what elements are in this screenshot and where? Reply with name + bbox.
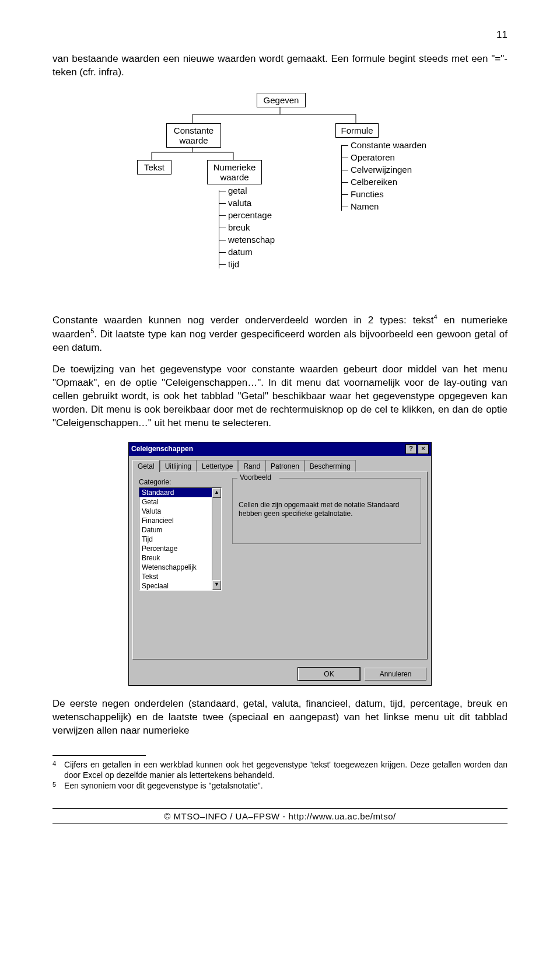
tab-bescherming[interactable]: Bescherming — [304, 460, 356, 472]
voorbeeld-label: Voorbeeld — [237, 473, 274, 481]
page-footer: © MTSO–INFO / UA–FPSW - http://www.ua.ac… — [52, 808, 508, 824]
list-item[interactable]: Valuta — [139, 507, 221, 516]
paragraph-types: Constante waarden kunnen nog verder onde… — [52, 313, 508, 355]
list-item[interactable]: Datum — [139, 525, 221, 535]
dialog-celeigenschappen: Celeigenschappen ? × Getal Uitlijning Le… — [128, 442, 432, 686]
paragraph-intro: van bestaande waarden een nieuwe waarden… — [52, 53, 508, 79]
scroll-up-icon[interactable]: ▲ — [212, 488, 221, 498]
ok-button[interactable]: OK — [298, 668, 360, 681]
list-item[interactable]: Breuk — [139, 553, 221, 563]
tab-getal[interactable]: Getal — [132, 460, 160, 472]
listbox-scrollbar[interactable]: ▲ ▼ — [212, 488, 221, 590]
diagram-box-formule: Formule — [335, 123, 379, 138]
footnote-4: 4 Cijfers en getallen in een werkblad ku… — [52, 759, 508, 780]
list-item[interactable]: Tijd — [139, 535, 221, 544]
tab-lettertype[interactable]: Lettertype — [197, 460, 238, 472]
tab-patronen[interactable]: Patronen — [265, 460, 304, 472]
diagram-box-gegeven: Gegeven — [257, 93, 306, 107]
tab-rand[interactable]: Rand — [238, 460, 265, 472]
diagram-box-numerieke-waarde: Numerieke waarde — [207, 160, 262, 184]
paragraph-opmaak-menu: De toewijzing van het gegevenstype voor … — [52, 363, 508, 430]
help-button[interactable]: ? — [405, 444, 416, 454]
diagram-box-tekst: Tekst — [137, 160, 172, 175]
dialog-title-text: Celeigenschappen — [131, 445, 193, 453]
paragraph-after-dialog: De eerste negen onderdelen (standaard, g… — [52, 697, 508, 738]
tab-uitlijning[interactable]: Uitlijning — [160, 460, 197, 472]
categorie-listbox[interactable]: Standaard Getal Valuta Financieel Datum … — [139, 487, 222, 591]
list-item[interactable]: Standaard — [139, 488, 221, 497]
list-item[interactable]: Wetenschappelijk — [139, 563, 221, 572]
dialog-titlebar[interactable]: Celeigenschappen ? × — [129, 442, 431, 456]
hierarchy-diagram: Gegeven Constante waarde Formule Tekst N… — [105, 91, 455, 301]
footnote-separator — [52, 755, 146, 756]
cancel-button[interactable]: Annuleren — [365, 668, 426, 681]
list-item[interactable]: Percentage — [139, 544, 221, 553]
close-button[interactable]: × — [418, 444, 429, 454]
voorbeeld-text: Cellen die zijn opgemaakt met de notatie… — [239, 501, 415, 519]
footnote-5: 5 Een synoniem voor dit gegevenstype is … — [52, 780, 508, 791]
dialog-tabstrip: Getal Uitlijning Lettertype Rand Patrone… — [129, 456, 431, 472]
scroll-down-icon[interactable]: ▼ — [212, 580, 221, 590]
list-item[interactable]: Getal — [139, 497, 221, 507]
list-item[interactable]: Tekst — [139, 572, 221, 581]
list-item[interactable]: Financieel — [139, 516, 221, 525]
voorbeeld-groupbox: Voorbeeld Cellen die zijn opgemaakt met … — [232, 478, 421, 544]
diagram-box-constante-waarde: Constante waarde — [166, 123, 221, 148]
diagram-list-formule-children: Constante waarden Operatoren Celverwijzi… — [341, 139, 426, 212]
list-item[interactable]: Speciaal — [139, 581, 221, 591]
diagram-list-numerieke-children: getal valuta percentage breuk wetenschap… — [219, 184, 275, 270]
page-number: 11 — [52, 29, 508, 41]
